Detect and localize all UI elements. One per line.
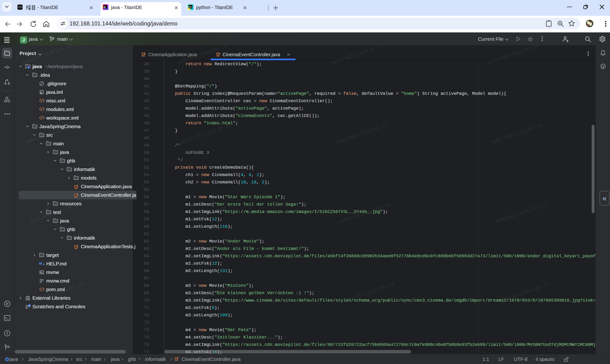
svg-text:IE: IE bbox=[104, 6, 106, 8]
svg-text:PC: PC bbox=[189, 6, 192, 8]
svg-text:M: M bbox=[39, 261, 42, 265]
